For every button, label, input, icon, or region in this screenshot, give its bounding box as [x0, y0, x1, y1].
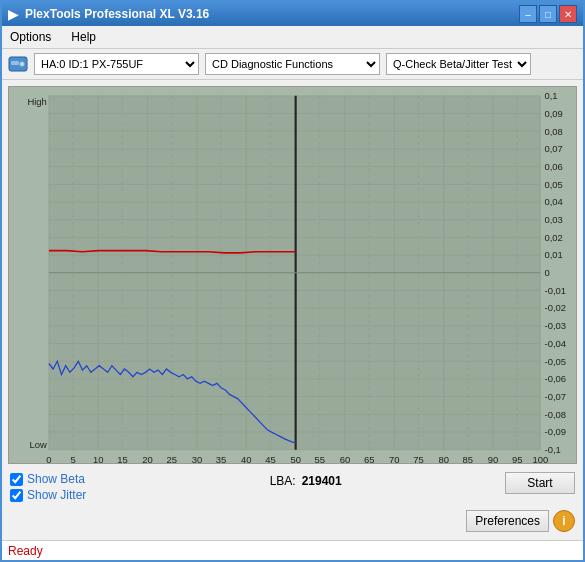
svg-text:30: 30 [192, 454, 203, 463]
start-button[interactable]: Start [505, 472, 575, 494]
svg-text:0,07: 0,07 [545, 143, 563, 154]
svg-text:High: High [27, 95, 46, 106]
svg-text:15: 15 [117, 454, 127, 463]
svg-text:5: 5 [70, 454, 75, 463]
show-jitter-label: Show Jitter [27, 488, 86, 502]
svg-text:-0,06: -0,06 [545, 373, 567, 384]
chart-container: 0,1 0,09 0,08 0,07 0,06 0,05 0,04 0,03 0… [8, 86, 577, 464]
title-bar: ▶ PlexTools Professional XL V3.16 – □ ✕ [2, 2, 583, 26]
minimize-button[interactable]: – [519, 5, 537, 23]
svg-text:55: 55 [315, 454, 325, 463]
checkboxes: Show Beta Show Jitter [10, 472, 86, 502]
svg-text:-0,01: -0,01 [545, 285, 567, 296]
maximize-button[interactable]: □ [539, 5, 557, 23]
show-beta-row: Show Beta [10, 472, 86, 486]
svg-text:0: 0 [46, 454, 52, 463]
svg-text:-0,03: -0,03 [545, 320, 567, 331]
svg-text:20: 20 [142, 454, 153, 463]
bottom-panel: Show Beta Show Jitter LBA: 219401 Start [8, 468, 577, 506]
svg-text:0,01: 0,01 [545, 249, 563, 260]
svg-point-2 [20, 62, 25, 67]
svg-text:0,1: 0,1 [545, 90, 558, 101]
test-select[interactable]: Q-Check Beta/Jitter Test [386, 53, 531, 75]
svg-text:0,02: 0,02 [545, 231, 563, 242]
chart-svg: 0,1 0,09 0,08 0,07 0,06 0,05 0,04 0,03 0… [9, 87, 576, 463]
status-text: Ready [8, 544, 43, 558]
svg-text:0,04: 0,04 [545, 196, 564, 207]
show-jitter-row: Show Jitter [10, 488, 86, 502]
preferences-button[interactable]: Preferences [466, 510, 549, 532]
main-window: ▶ PlexTools Professional XL V3.16 – □ ✕ … [0, 0, 585, 562]
drive-icon [8, 54, 28, 74]
svg-text:60: 60 [340, 454, 351, 463]
show-beta-label: Show Beta [27, 472, 85, 486]
svg-text:35: 35 [216, 454, 226, 463]
svg-text:95: 95 [512, 454, 522, 463]
svg-text:-0,09: -0,09 [545, 426, 567, 437]
svg-text:70: 70 [389, 454, 400, 463]
svg-text:Low: Low [29, 438, 47, 449]
info-button[interactable]: i [553, 510, 575, 532]
menu-bar: Options Help [2, 26, 583, 49]
lba-section: LBA: 219401 [270, 474, 342, 488]
svg-text:-0,05: -0,05 [545, 355, 567, 366]
right-buttons: Start [505, 472, 575, 494]
svg-text:-0,08: -0,08 [545, 408, 567, 419]
menu-options[interactable]: Options [6, 28, 55, 46]
preferences-row: Preferences i [8, 510, 577, 534]
title-bar-controls: – □ ✕ [519, 5, 577, 23]
svg-text:0,03: 0,03 [545, 214, 563, 225]
app-icon: ▶ [8, 6, 19, 22]
function-select[interactable]: CD Diagnostic Functions [205, 53, 380, 75]
status-bar: Ready [2, 540, 583, 560]
svg-rect-1 [11, 61, 19, 65]
svg-text:-0,07: -0,07 [545, 391, 567, 402]
svg-text:0,06: 0,06 [545, 161, 563, 172]
svg-text:75: 75 [413, 454, 423, 463]
svg-text:65: 65 [364, 454, 374, 463]
show-beta-checkbox[interactable] [10, 473, 23, 486]
lba-label: LBA: [270, 474, 296, 488]
svg-text:50: 50 [290, 454, 301, 463]
svg-text:0,05: 0,05 [545, 178, 563, 189]
svg-text:0,09: 0,09 [545, 108, 563, 119]
close-button[interactable]: ✕ [559, 5, 577, 23]
svg-text:0,08: 0,08 [545, 125, 563, 136]
toolbar: HA:0 ID:1 PX-755UF CD Diagnostic Functio… [2, 49, 583, 80]
title-bar-left: ▶ PlexTools Professional XL V3.16 [8, 6, 209, 22]
svg-text:25: 25 [167, 454, 177, 463]
menu-help[interactable]: Help [67, 28, 100, 46]
lba-value: 219401 [302, 474, 342, 488]
main-area: 0,1 0,09 0,08 0,07 0,06 0,05 0,04 0,03 0… [2, 80, 583, 540]
svg-text:0: 0 [545, 267, 551, 278]
window-title: PlexTools Professional XL V3.16 [25, 7, 209, 21]
svg-text:-0,02: -0,02 [545, 302, 567, 313]
svg-text:100: 100 [532, 454, 548, 463]
svg-text:80: 80 [438, 454, 449, 463]
svg-text:10: 10 [93, 454, 104, 463]
svg-text:85: 85 [463, 454, 473, 463]
svg-text:90: 90 [488, 454, 499, 463]
svg-text:45: 45 [265, 454, 275, 463]
show-jitter-checkbox[interactable] [10, 489, 23, 502]
drive-select[interactable]: HA:0 ID:1 PX-755UF [34, 53, 199, 75]
svg-text:40: 40 [241, 454, 252, 463]
svg-text:-0,04: -0,04 [545, 338, 567, 349]
